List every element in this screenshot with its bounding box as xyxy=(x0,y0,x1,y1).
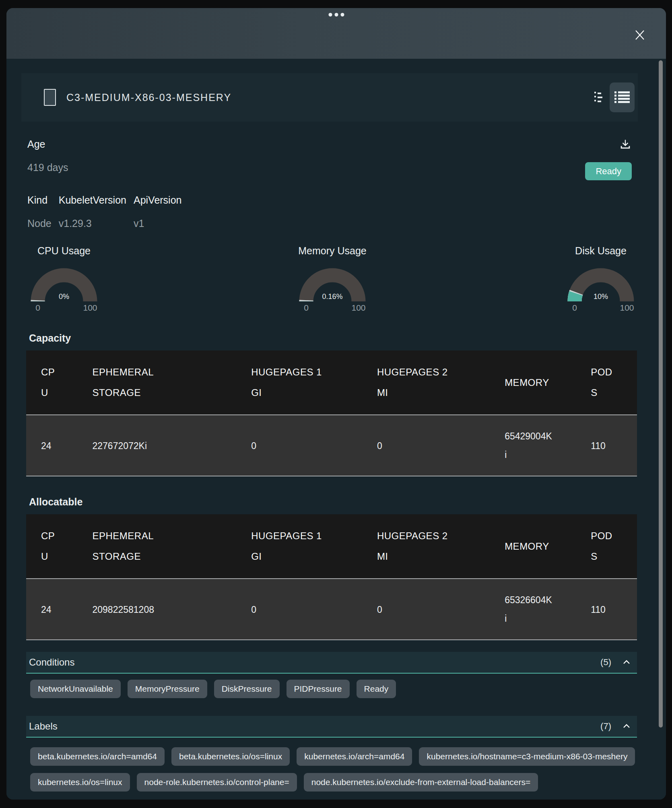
list-view-icon xyxy=(614,91,630,104)
svg-text:0: 0 xyxy=(572,303,577,312)
cell-hp2: 0 xyxy=(377,437,382,455)
condition-chip[interactable]: MemoryPressure xyxy=(128,680,207,698)
svg-text:100: 100 xyxy=(83,303,97,312)
cpu-usage-gauge: CPU Usage 0% 0 100 xyxy=(30,244,98,313)
capacity-header-row: CPU EPHEMERAL STORAGE HUGEPAGES 1 GI HUG… xyxy=(26,350,637,415)
condition-chip[interactable]: Ready xyxy=(357,680,396,698)
chevron-up-icon xyxy=(622,721,631,731)
meta-field-kind: Kind Node xyxy=(27,194,52,230)
column-header: CPU xyxy=(41,362,57,403)
memory-usage-gauge: Memory Usage 0.16% 0 100 xyxy=(298,244,367,313)
condition-chip[interactable]: PIDPressure xyxy=(287,680,350,698)
modal-header xyxy=(6,8,666,59)
column-header: EPHEMERAL STORAGE xyxy=(93,362,157,403)
label-chip[interactable]: kubernetes.io/os=linux xyxy=(30,773,130,792)
drag-handle-dots-icon[interactable] xyxy=(328,13,344,16)
scrollbar-thumb[interactable] xyxy=(659,60,663,728)
usage-gauges: CPU Usage 0% 0 100 Memory Usage 0.16% xyxy=(30,244,635,313)
meta-label: KubeletVersion xyxy=(59,194,126,206)
allocatable-title: Allocatable xyxy=(29,495,638,508)
labels-title: Labels xyxy=(29,721,600,732)
status-badge: Ready xyxy=(585,162,632,180)
conditions-title: Conditions xyxy=(29,657,600,668)
node-title-card: C3-MEDIUM-X86-03-MESHERY xyxy=(21,73,638,122)
conditions-section-header[interactable]: Conditions (5) xyxy=(26,652,637,674)
disk-usage-gauge: Disk Usage 10% 0 100 xyxy=(567,244,635,313)
config-view-icon xyxy=(594,91,603,104)
meta-value: v1 xyxy=(134,217,182,230)
gauge-chart: 10% 0 100 xyxy=(567,265,635,313)
download-button[interactable] xyxy=(619,138,632,152)
label-chip[interactable]: kubernetes.io/hostname=c3-medium-x86-03-… xyxy=(419,747,635,766)
label-chip[interactable]: node.kubernetes.io/exclude-from-external… xyxy=(304,773,538,792)
svg-text:100: 100 xyxy=(351,303,365,312)
allocatable-header-row: CPU EPHEMERAL STORAGE HUGEPAGES 1 GI HUG… xyxy=(26,514,637,579)
meta-field-kubelet-version: KubeletVersion v1.29.3 xyxy=(59,194,126,230)
capacity-table: CPU EPHEMERAL STORAGE HUGEPAGES 1 GI HUG… xyxy=(26,350,637,476)
conditions-chip-list: NetworkUnavailable MemoryPressure DiskPr… xyxy=(30,680,638,698)
cell-hp1: 0 xyxy=(251,600,256,619)
column-header: HUGEPAGES 1 GI xyxy=(251,362,326,403)
labels-section-header[interactable]: Labels (7) xyxy=(26,716,637,738)
column-header: MEMORY xyxy=(505,536,549,557)
svg-text:0.16%: 0.16% xyxy=(322,293,342,301)
labels-count: (7) xyxy=(600,721,611,732)
gauge-chart: 0% 0 100 xyxy=(30,265,98,313)
meta-value: v1.29.3 xyxy=(59,217,126,230)
list-view-button[interactable] xyxy=(610,82,635,112)
column-header: HUGEPAGES 2 MI xyxy=(377,526,451,567)
column-header: EPHEMERAL STORAGE xyxy=(93,526,157,567)
condition-chip[interactable]: NetworkUnavailable xyxy=(30,680,121,698)
capacity-data-row: 24 227672072Ki 0 0 65429004Ki 110 xyxy=(26,415,637,476)
cell-storage: 209822581208 xyxy=(93,600,155,619)
close-button[interactable] xyxy=(632,27,647,43)
config-view-button[interactable] xyxy=(594,91,603,104)
column-header: CPU xyxy=(41,526,57,567)
cell-hp2: 0 xyxy=(377,600,382,619)
svg-text:100: 100 xyxy=(620,303,634,312)
chevron-up-icon xyxy=(622,658,631,667)
column-header: MEMORY xyxy=(505,373,549,393)
gauge-title: Disk Usage xyxy=(575,244,627,257)
cell-memory: 65326604Ki xyxy=(505,591,554,628)
view-toggle-group xyxy=(594,82,635,112)
cell-cpu: 24 xyxy=(41,600,52,619)
label-chip[interactable]: beta.kubernetes.io/os=linux xyxy=(171,747,290,766)
page-background: { "dialog": { "title": "C3-MEDIUM-X86-03… xyxy=(0,0,672,808)
column-header: PODS xyxy=(591,526,614,567)
node-select-checkbox[interactable] xyxy=(44,89,56,106)
node-details-modal: C3-MEDIUM-X86-03-MESHERY xyxy=(6,8,666,800)
allocatable-table: CPU EPHEMERAL STORAGE HUGEPAGES 1 GI HUG… xyxy=(26,514,637,640)
meta-label: Kind xyxy=(27,194,52,206)
gauge-title: CPU Usage xyxy=(37,244,91,257)
column-header: PODS xyxy=(591,362,614,403)
label-chip[interactable]: beta.kubernetes.io/arch=amd64 xyxy=(30,747,165,766)
conditions-count: (5) xyxy=(600,657,611,668)
condition-chip[interactable]: DiskPressure xyxy=(214,680,280,698)
column-header: HUGEPAGES 2 MI xyxy=(377,362,451,403)
node-title: C3-MEDIUM-X86-03-MESHERY xyxy=(66,92,594,103)
svg-text:0: 0 xyxy=(304,303,309,312)
gauge-chart: 0.16% 0 100 xyxy=(299,265,366,313)
cell-hp1: 0 xyxy=(251,437,256,455)
label-chip[interactable]: kubernetes.io/arch=amd64 xyxy=(297,747,412,766)
meta-section: Kind Node KubeletVersion v1.29.3 ApiVers… xyxy=(27,194,632,230)
meta-field-api-version: ApiVersion v1 xyxy=(134,194,182,230)
cell-pods: 110 xyxy=(591,437,606,455)
cell-pods: 110 xyxy=(591,600,606,619)
download-icon xyxy=(620,138,631,150)
column-header: HUGEPAGES 1 GI xyxy=(251,526,326,567)
svg-text:0: 0 xyxy=(35,303,40,312)
label-chip[interactable]: node-role.kubernetes.io/control-plane= xyxy=(137,773,297,792)
meta-label: ApiVersion xyxy=(134,194,182,206)
modal-body: C3-MEDIUM-X86-03-MESHERY xyxy=(6,59,666,800)
age-actions: Ready xyxy=(585,138,632,180)
cell-storage: 227672072Ki xyxy=(93,437,147,455)
age-value: 419 days xyxy=(27,161,68,174)
cell-cpu: 24 xyxy=(41,437,52,455)
allocatable-data-row: 24 209822581208 0 0 65326604Ki 110 xyxy=(26,579,637,640)
age-label: Age xyxy=(27,138,68,150)
gauge-title: Memory Usage xyxy=(298,244,367,257)
age-field: Age 419 days xyxy=(27,138,68,180)
capacity-title: Capacity xyxy=(29,332,638,344)
